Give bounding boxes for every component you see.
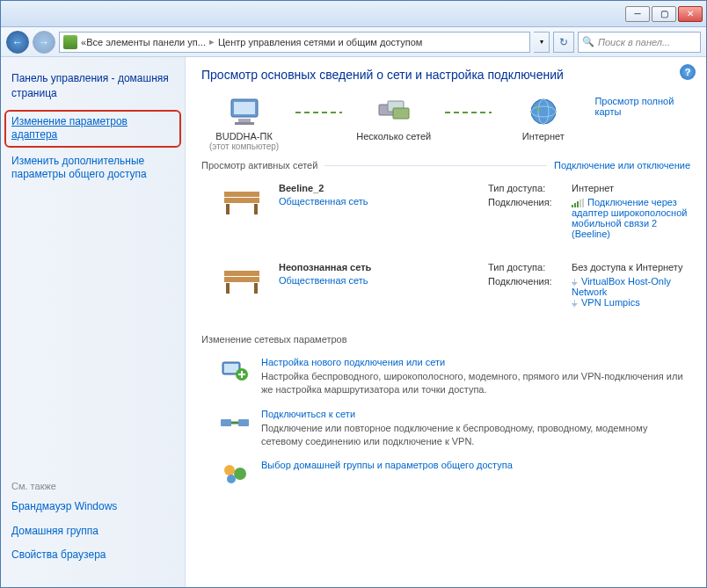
- connection-link[interactable]: VirtualBox Host-Only Network: [572, 276, 671, 297]
- task-connect: Подключиться к сети Подключение или повт…: [201, 405, 690, 457]
- refresh-button[interactable]: ↻: [553, 32, 574, 53]
- address-dropdown[interactable]: ▾: [534, 32, 550, 53]
- sharing-settings-link[interactable]: Изменить дополнительные параметры общего…: [11, 155, 174, 182]
- forward-button[interactable]: →: [33, 31, 55, 54]
- back-button[interactable]: ←: [6, 31, 29, 54]
- bench-icon: [219, 262, 265, 297]
- map-internet[interactable]: Интернет: [500, 96, 586, 142]
- svg-rect-1: [234, 102, 255, 114]
- minimize-button[interactable]: ─: [625, 6, 650, 22]
- search-input[interactable]: 🔍 Поиск в панел...: [578, 32, 701, 53]
- homegroup-link[interactable]: Домашняя группа: [11, 525, 174, 539]
- globe-icon: [525, 96, 562, 127]
- navbar: ← → « Все элементы панели уп... ▸ Центр …: [1, 27, 706, 57]
- task-new-connection: Настройка нового подключения или сети На…: [201, 353, 690, 405]
- svg-rect-21: [226, 283, 230, 294]
- svg-rect-10: [224, 192, 259, 197]
- svg-rect-26: [221, 419, 231, 426]
- svg-point-7: [531, 99, 556, 124]
- adapter-settings-link[interactable]: Изменение параметров адаптера: [4, 110, 181, 148]
- connect-icon: [219, 409, 251, 435]
- network-map: BUDDHA-ПК (этот компьютер) Несколько сет…: [201, 96, 690, 151]
- svg-rect-20: [224, 277, 259, 282]
- ethernet-icon: ⏚: [572, 276, 578, 287]
- network-name: Неопознанная сеть: [279, 262, 474, 272]
- svg-rect-12: [226, 204, 230, 214]
- new-connection-icon: [219, 357, 251, 383]
- search-icon: 🔍: [582, 36, 594, 47]
- page-title: Просмотр основных сведений о сети и наст…: [201, 68, 690, 82]
- full-map-link[interactable]: Просмотр полной карты: [594, 96, 690, 117]
- networks-icon: [375, 96, 412, 127]
- breadcrumb-seg1[interactable]: Все элементы панели уп...: [86, 37, 206, 47]
- svg-rect-11: [224, 198, 259, 203]
- svg-rect-18: [582, 199, 584, 207]
- see-also: См. также Брандмауэр Windows Домашняя гр…: [11, 481, 174, 573]
- svg-rect-19: [224, 271, 259, 276]
- svg-rect-16: [577, 201, 579, 207]
- svg-point-28: [224, 465, 235, 475]
- computer-icon: [226, 96, 263, 127]
- map-networks[interactable]: Несколько сетей: [351, 96, 436, 142]
- network-center-window: ─ ▢ ✕ ← → « Все элементы панели уп... ▸ …: [0, 0, 707, 588]
- main-pane: ? Просмотр основных сведений о сети и на…: [186, 57, 706, 587]
- chevron-right-icon: ▸: [209, 36, 215, 47]
- content: Панель управления - домашняя страница Из…: [1, 57, 706, 587]
- svg-point-30: [227, 475, 236, 483]
- svg-rect-17: [579, 200, 581, 207]
- svg-rect-2: [238, 119, 251, 122]
- connection-link[interactable]: VPN Lumpics: [581, 297, 640, 308]
- see-also-heading: См. также: [11, 481, 174, 491]
- control-panel-home-link[interactable]: Панель управления - домашняя страница: [11, 71, 174, 101]
- svg-point-29: [234, 468, 246, 480]
- breadcrumb-seg2[interactable]: Центр управления сетями и общим доступом: [218, 37, 422, 47]
- svg-rect-22: [254, 283, 258, 294]
- bench-icon: [219, 183, 265, 218]
- network-type-link[interactable]: Общественная сеть: [279, 196, 474, 207]
- close-button[interactable]: ✕: [678, 6, 703, 22]
- map-line: [295, 112, 342, 113]
- svg-rect-6: [393, 108, 409, 119]
- settings-heading: Изменение сетевых параметров: [201, 334, 690, 345]
- network-name: Beeline_2: [279, 183, 474, 193]
- signal-icon: [572, 199, 584, 207]
- titlebar: ─ ▢ ✕: [1, 1, 706, 27]
- svg-rect-27: [238, 419, 249, 426]
- firewall-link[interactable]: Брандмауэр Windows: [11, 500, 174, 514]
- svg-rect-24: [224, 364, 238, 373]
- maximize-button[interactable]: ▢: [652, 6, 676, 22]
- network-beeline: Beeline_2 Общественная сеть Тип доступа:…: [201, 176, 690, 255]
- task-link[interactable]: Выбор домашней группы и параметров общег…: [261, 460, 513, 470]
- map-this-pc[interactable]: BUDDHA-ПК (этот компьютер): [201, 96, 287, 151]
- active-networks-header: Просмотр активных сетей Подключение или …: [201, 160, 690, 171]
- connect-disconnect-link[interactable]: Подключение или отключение: [554, 160, 690, 171]
- task-homegroup: Выбор домашней группы и параметров общег…: [201, 456, 690, 495]
- svg-rect-3: [235, 122, 254, 125]
- task-link[interactable]: Настройка нового подключения или сети: [261, 357, 445, 367]
- connection-link[interactable]: Подключение через адаптер широкополосной…: [572, 197, 690, 239]
- browser-props-link[interactable]: Свойства браузера: [11, 548, 174, 563]
- ethernet-icon: ⏚: [572, 297, 578, 308]
- network-type-link[interactable]: Общественная сеть: [279, 275, 474, 286]
- task-link[interactable]: Подключиться к сети: [261, 409, 355, 419]
- help-icon[interactable]: ?: [680, 64, 696, 80]
- address-bar[interactable]: « Все элементы панели уп... ▸ Центр упра…: [59, 32, 530, 53]
- homegroup-icon: [219, 460, 251, 486]
- network-unknown: Неопознанная сеть Общественная сеть Тип …: [201, 255, 690, 323]
- map-line: [445, 112, 492, 113]
- svg-rect-13: [254, 204, 258, 214]
- sidebar: Панель управления - домашняя страница Из…: [1, 57, 186, 587]
- control-panel-icon: [63, 35, 77, 49]
